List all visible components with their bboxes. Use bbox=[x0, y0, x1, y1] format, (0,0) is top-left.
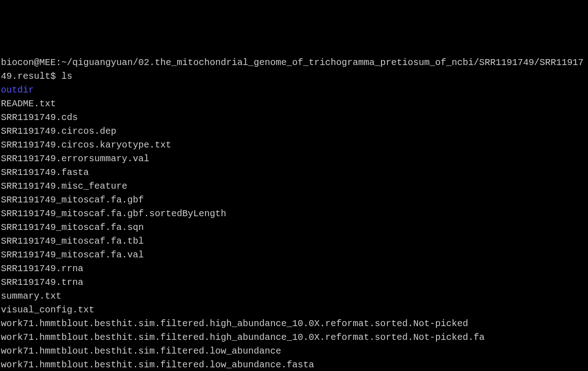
file-entry: README.txt bbox=[1, 97, 587, 111]
file-entry: SRR1191749.errorsummary.val bbox=[1, 152, 587, 166]
terminal-window[interactable]: biocon@MEE:~/qiguangyuan/02.the_mitochon… bbox=[1, 56, 587, 371]
command-text: ls bbox=[61, 71, 72, 82]
file-entry: SRR1191749.fasta bbox=[1, 166, 587, 180]
file-entry: SRR1191749_mitoscaf.fa.gbf bbox=[1, 193, 587, 207]
file-entry: visual_config.txt bbox=[1, 303, 587, 317]
file-entry: SRR1191749.rrna bbox=[1, 262, 587, 276]
file-entry: work71.hmmtblout.besthit.sim.filtered.hi… bbox=[1, 331, 587, 344]
file-entry: SRR1191749_mitoscaf.fa.gbf.sortedByLengt… bbox=[1, 207, 587, 221]
file-entry: SRR1191749_mitoscaf.fa.val bbox=[1, 248, 587, 262]
file-entry: SRR1191749.circos.dep bbox=[1, 125, 587, 138]
file-entry: SRR1191749.circos.karyotype.txt bbox=[1, 138, 587, 152]
prompt-text: biocon@MEE:~/qiguangyuan/02.the_mitochon… bbox=[1, 57, 583, 82]
file-entry: SRR1191749.misc_feature bbox=[1, 180, 587, 193]
file-entry: SRR1191749_mitoscaf.fa.tbl bbox=[1, 235, 587, 248]
file-entry: SRR1191749.cds bbox=[1, 111, 587, 125]
file-entry: summary.txt bbox=[1, 289, 587, 303]
file-entry: work71.hmmtblout.besthit.sim.filtered.lo… bbox=[1, 344, 587, 358]
directory-entry: outdir bbox=[1, 85, 34, 95]
file-entry: work71.hmmtblout.besthit.sim.filtered.lo… bbox=[1, 358, 587, 371]
shell-prompt: biocon@MEE:~/qiguangyuan/02.the_mitochon… bbox=[1, 57, 583, 82]
file-entry: SRR1191749.trna bbox=[1, 276, 587, 289]
file-entry: work71.hmmtblout.besthit.sim.filtered.hi… bbox=[1, 317, 587, 331]
file-entry: SRR1191749_mitoscaf.fa.sqn bbox=[1, 221, 587, 235]
